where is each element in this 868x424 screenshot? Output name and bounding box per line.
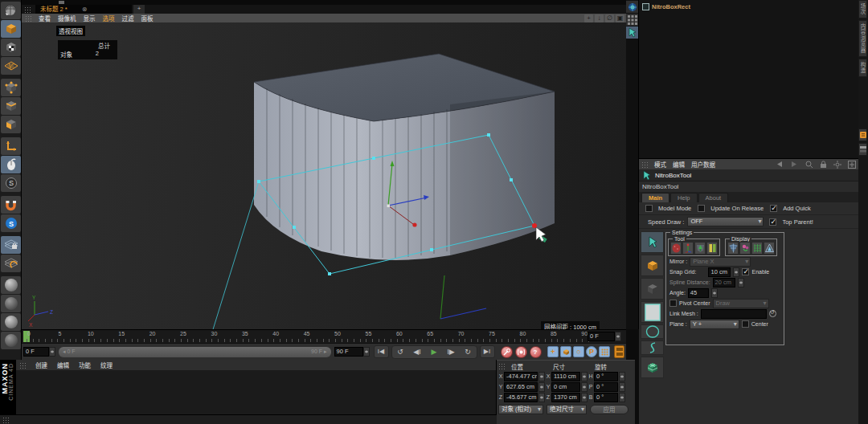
menu-panel[interactable]: 面板 — [141, 14, 154, 22]
size-x-field[interactable]: 1110 cm — [551, 372, 580, 381]
viewport-canvas[interactable]: Y Z X 透视视图 总计 对象 2 网格间距 : 1000 cm — [22, 22, 626, 329]
menu-options[interactable]: 选项 — [103, 14, 115, 22]
menu-display[interactable]: 显示 — [84, 14, 96, 22]
next-frame-button[interactable]: Ι▶ — [443, 346, 460, 358]
object-name[interactable]: NitroBoxRect — [652, 3, 690, 10]
history-forward-icon[interactable] — [790, 161, 799, 168]
tab-takes[interactable]: 场次 — [858, 0, 867, 18]
display-cone-icon[interactable] — [764, 242, 775, 255]
update-on-release-checkbox[interactable] — [698, 205, 705, 212]
tab-structure[interactable]: 构造 — [858, 59, 867, 77]
polygons-mode-icon[interactable] — [1, 116, 21, 133]
play-button[interactable]: ▶ — [426, 346, 443, 358]
dock-grip-icon[interactable] — [2, 417, 9, 423]
model-mode-icon[interactable] — [1, 20, 21, 38]
tab-layers-icon[interactable] — [858, 143, 867, 156]
workplane-align-icon[interactable] — [1, 255, 21, 272]
object-row-nitroboxrect[interactable]: NitroBoxRect — [642, 2, 690, 11]
record-keyframe-button[interactable] — [501, 346, 513, 358]
coords-grip-icon[interactable] — [498, 363, 505, 369]
rot-b-stepper[interactable] — [619, 393, 625, 402]
key-rotation-button[interactable]: ○ — [573, 346, 584, 357]
menu-attr-edit[interactable]: 编辑 — [673, 160, 685, 169]
key-parameter-button[interactable]: P — [586, 346, 597, 357]
tab-main[interactable]: Main — [641, 193, 669, 202]
angle-stepper[interactable] — [711, 288, 718, 298]
material-sphere-icon[interactable] — [1, 313, 21, 331]
nitro-spline-tool-icon[interactable] — [641, 340, 664, 355]
pos-y-field[interactable]: 627.65 cm — [504, 382, 538, 392]
nitro-mesh-tool-icon[interactable] — [641, 357, 664, 378]
rot-b-field[interactable]: 0 ° — [594, 393, 618, 402]
axis-mode-icon[interactable] — [1, 137, 21, 155]
pan-view-icon[interactable]: + — [584, 14, 593, 22]
coords-mode-dropdown[interactable]: 对象 (相对) — [498, 405, 543, 414]
pivot-center-checkbox[interactable] — [669, 300, 677, 307]
menu-cameras[interactable]: 摄像机 — [58, 14, 76, 22]
nitro-rect-tool-icon[interactable] — [641, 301, 664, 323]
lock-icon[interactable] — [820, 161, 827, 169]
link-mesh-field[interactable] — [701, 309, 767, 319]
end-frame-field[interactable]: 90 F — [334, 347, 363, 357]
nitro-darkbox-tool-icon[interactable] — [641, 278, 664, 300]
menubar-grip-icon[interactable] — [25, 15, 31, 22]
rot-h-stepper[interactable] — [619, 372, 625, 381]
texture-mode-icon[interactable] — [1, 39, 21, 56]
center-checkbox[interactable] — [742, 320, 749, 328]
size-z-field[interactable]: 1370 cm — [551, 393, 580, 402]
rot-p-field[interactable]: 0 ° — [594, 382, 618, 392]
display-grid-icon[interactable] — [751, 242, 763, 255]
snap-grid-stepper[interactable] — [733, 267, 739, 277]
tab-close-icon[interactable]: ⊗ — [82, 5, 88, 14]
timeline-ruler[interactable]: 051015202530354045505560657075808590 0 F — [22, 329, 626, 343]
tabbar-grip-icon[interactable] — [24, 6, 31, 13]
menu-texture[interactable]: 纹理 — [100, 361, 113, 369]
undo-globe-icon[interactable] — [1, 2, 21, 19]
pivot-center-dropdown[interactable]: Draw — [713, 299, 769, 308]
pos-x-field[interactable]: -474.477 cm — [504, 372, 538, 381]
key-position-button[interactable]: + — [547, 346, 559, 357]
key-pla-button[interactable] — [599, 346, 610, 357]
spline-distance-stepper[interactable] — [738, 278, 744, 287]
menu-mode[interactable]: 模式 — [654, 160, 666, 169]
pos-z-field[interactable]: -45.677 cm — [504, 393, 538, 402]
tab-about[interactable]: About — [698, 193, 729, 202]
mirror-dropdown[interactable]: Plane X — [690, 257, 751, 267]
spline-distance-field[interactable]: 20 cm — [713, 278, 735, 287]
nitro-cursor-tool-icon[interactable] — [641, 231, 664, 253]
rot-p-stepper[interactable] — [619, 382, 625, 392]
new-panel-icon[interactable] — [848, 161, 856, 169]
menu-filter[interactable]: 过滤 — [122, 14, 134, 22]
material-sphere-icon[interactable] — [1, 332, 21, 349]
quantize-icon[interactable]: S — [1, 214, 21, 232]
menu-create[interactable]: 创建 — [35, 361, 47, 369]
next-key-button[interactable]: ↻ — [460, 346, 477, 358]
menu-function[interactable]: 功能 — [79, 361, 91, 369]
goto-start-button[interactable]: Ι◀ — [374, 345, 389, 358]
soft-selection-icon[interactable]: S — [1, 174, 21, 192]
document-tab[interactable]: 未标题 2 * ⊗ — [35, 5, 132, 14]
prev-key-button[interactable]: ↺ — [392, 346, 409, 358]
display-shield-icon[interactable] — [727, 242, 739, 255]
menu-user-data[interactable]: 用户数据 — [691, 160, 715, 169]
snap-grid-field[interactable]: 10 cm — [708, 267, 731, 277]
nitro-grid-icon[interactable] — [626, 14, 638, 26]
ruler-end-frame-stepper[interactable] — [615, 332, 621, 341]
end-frame-stepper[interactable] — [363, 347, 370, 357]
zoom-view-icon[interactable]: ↓ — [595, 14, 604, 22]
pos-z-stepper[interactable] — [538, 393, 545, 402]
plane-dropdown[interactable]: Y + — [690, 320, 739, 329]
tool-sphere-icon[interactable] — [670, 242, 682, 255]
edges-mode-icon[interactable] — [1, 97, 21, 115]
tab-help[interactable]: Help — [670, 193, 697, 202]
material-grip-icon[interactable] — [19, 362, 26, 369]
nitro-box-tool-icon[interactable] — [641, 255, 664, 276]
nitrobox-cursor-icon[interactable] — [626, 26, 638, 39]
link-mesh-picker-icon[interactable] — [769, 310, 776, 317]
render-film-icon[interactable] — [614, 345, 624, 358]
material-sphere-icon[interactable] — [1, 276, 21, 294]
model-mode-checkbox[interactable] — [645, 205, 653, 212]
angle-field[interactable]: 45 — [688, 288, 709, 298]
autokey-button[interactable] — [515, 346, 527, 358]
size-y-stepper[interactable] — [581, 382, 588, 392]
